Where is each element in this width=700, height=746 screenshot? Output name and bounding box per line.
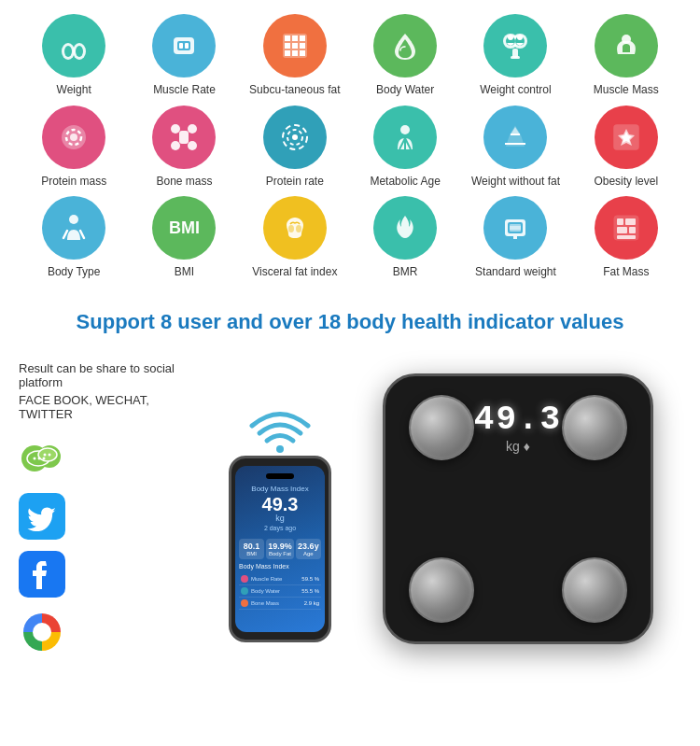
svg-point-48: [288, 225, 294, 232]
svg-point-68: [43, 457, 46, 460]
icon-metabolic-age: Metabolic Age: [358, 106, 452, 190]
facebook-icon: [19, 551, 65, 598]
icon-subcu-fat: Subcu-taneous fat: [248, 14, 342, 98]
phone-mockup: Body Mass Index 49.3 kg 2 days ago 80.1 …: [229, 456, 331, 642]
svg-rect-15: [285, 50, 290, 56]
muscle-rate-label: Muscle Rate: [153, 83, 216, 98]
share-text: Result can be share to social platform: [19, 361, 205, 389]
svg-rect-23: [511, 56, 520, 59]
svg-rect-57: [617, 218, 623, 225]
svg-rect-7: [185, 43, 189, 49]
obesity-level-label: Obesity level: [594, 175, 658, 190]
svg-rect-34: [179, 131, 189, 144]
wechat-icon-wrap[interactable]: [19, 435, 205, 482]
scale-area: 49.3 kg ♦: [355, 361, 681, 655]
svg-rect-59: [617, 227, 627, 233]
facebook-icon-wrap[interactable]: [19, 551, 205, 598]
icon-standard-weight: Standard weight: [469, 196, 562, 280]
body-type-icon-circle: [42, 196, 105, 260]
weight-label: Weight: [57, 83, 91, 98]
scale-top-row: 49.3 kg ♦: [409, 395, 627, 460]
scale-unit: kg ♦: [474, 439, 562, 454]
support-title: Support 8 user and over 18 body health i…: [19, 309, 681, 336]
svg-point-66: [34, 457, 36, 460]
svg-rect-13: [292, 43, 298, 49]
icons-row-2: Protein mass Bone mass: [19, 106, 681, 190]
svg-rect-17: [300, 50, 305, 56]
water-dot: [241, 587, 248, 595]
phone-date: 2 days ago: [264, 525, 296, 531]
phone-list: Muscle Rate 59.5 % Body Water 55.5 % Bon…: [239, 573, 321, 610]
twitter-icon-wrap[interactable]: [19, 493, 205, 540]
weight-control-icon-circle: [483, 14, 547, 77]
bone-mass-label: Bone mass: [156, 175, 212, 190]
icon-visceral-fat: Visceral fat index: [248, 196, 342, 280]
svg-rect-6: [179, 43, 183, 49]
icon-muscle-mass: Muscle Mass: [580, 14, 673, 98]
fat-mass-label: Fat Mass: [603, 265, 649, 280]
scale-display-area: 49.3 kg ♦: [474, 401, 562, 454]
phone-list-item-bone: Bone Mass 2.9 kg: [239, 598, 321, 610]
bmr-label: BMR: [393, 265, 418, 280]
icon-fat-mass: Fat Mass: [580, 196, 673, 280]
phone-wifi-area: Body Mass Index 49.3 kg 2 days ago 80.1 …: [215, 361, 345, 655]
scale-mockup: 49.3 kg ♦: [383, 373, 653, 644]
svg-rect-60: [629, 227, 636, 233]
phone-weight-unit: kg: [275, 514, 285, 523]
icons-section: Weight Muscle Rate: [0, 0, 700, 292]
svg-point-49: [296, 225, 301, 232]
weight-control-label: Weight control: [480, 83, 551, 98]
svg-point-65: [38, 448, 57, 461]
body-water-label: Body Water: [376, 83, 434, 98]
protein-rate-label: Protein rate: [266, 175, 324, 190]
scale-disc-top-left: [409, 395, 474, 460]
bmr-icon-circle: [373, 196, 437, 260]
svg-point-33: [188, 141, 197, 150]
muscle-mass-label: Muscle Mass: [594, 83, 659, 98]
svg-rect-9: [285, 35, 290, 41]
scale-disc-bottom-right: [562, 557, 627, 623]
subcu-fat-label: Subcu-taneous fat: [249, 83, 340, 98]
svg-rect-55: [513, 236, 517, 239]
obesity-level-icon-circle: [595, 106, 658, 169]
muscle-mass-icon-circle: [595, 14, 658, 77]
social-icons-list: [19, 435, 205, 655]
icon-body-type: Body Type: [27, 196, 120, 280]
standard-weight-icon-circle: [483, 196, 547, 260]
svg-rect-61: [617, 235, 636, 239]
visceral-fat-icon-circle: [263, 196, 327, 260]
phone-notch: [266, 473, 294, 479]
svg-point-47: [69, 215, 78, 224]
svg-rect-14: [300, 43, 305, 49]
phone-list-item-water: Body Water 55.5 %: [239, 585, 321, 598]
bmi-icon-circle: BMI: [152, 196, 216, 260]
weight-without-fat-icon-circle: [483, 106, 547, 169]
svg-point-26: [622, 35, 631, 44]
svg-point-30: [171, 124, 180, 134]
icon-weight: Weight: [27, 14, 120, 98]
svg-point-2: [64, 46, 72, 57]
phone-stats-grid: 80.1 BMI 19.9% Body Fat 23.6y Age: [239, 539, 321, 559]
icon-muscle-rate: Muscle Rate: [137, 14, 231, 98]
icons-row-1: Weight Muscle Rate: [19, 14, 681, 98]
phone-stat-bmi: 80.1 BMI: [239, 539, 264, 559]
support-section: Support 8 user and over 18 body health i…: [0, 292, 700, 353]
protein-mass-icon-circle: [42, 106, 105, 169]
colorwheel-icon-wrap: [19, 609, 205, 655]
svg-rect-52: [510, 224, 521, 232]
bmi-label: BMI: [175, 265, 194, 280]
svg-rect-16: [292, 50, 298, 56]
icon-bone-mass: Bone mass: [137, 106, 231, 190]
phone-weight-value: 49.3: [262, 495, 299, 514]
icons-row-3: Body Type BMI BMI Visceral fat index: [19, 196, 681, 280]
metabolic-age-icon-circle: [373, 106, 437, 169]
svg-rect-10: [292, 35, 298, 41]
icon-body-water: Body Water: [358, 14, 452, 98]
svg-point-38: [400, 125, 410, 134]
standard-weight-label: Standard weight: [475, 265, 556, 280]
svg-point-67: [38, 457, 41, 460]
bottom-section: Result can be share to social platform F…: [0, 352, 700, 665]
phone-header-text: Body Mass Index: [251, 485, 308, 493]
body-water-icon-circle: [373, 14, 437, 77]
phone-list-item-muscle: Muscle Rate 59.5 %: [239, 573, 321, 585]
